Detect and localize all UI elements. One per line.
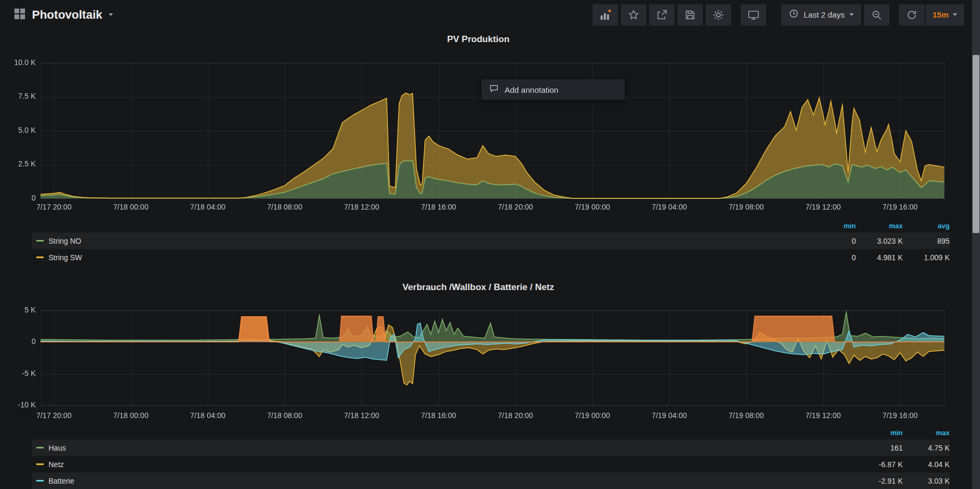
add-panel-button[interactable] <box>593 4 618 26</box>
time-range-label: Last 2 days <box>804 10 845 19</box>
legend-row-netz: Netz -6.87 K 4.04 K <box>32 456 950 472</box>
clock-icon <box>789 9 799 21</box>
cycle-view-button[interactable] <box>741 4 766 26</box>
settings-button[interactable] <box>706 4 731 26</box>
legend-row-string-no: String NO 0 3.023 K 895 <box>32 233 950 249</box>
legend-series-batterie[interactable]: Batterie <box>32 477 856 485</box>
star-button[interactable] <box>621 4 646 26</box>
stat-min: -6.87 K <box>856 460 903 469</box>
monitor-icon <box>747 9 760 21</box>
pv-produktion-legend: min max avg String NO 0 3.023 K 895 Stri… <box>32 219 950 266</box>
refresh-interval-picker[interactable]: 15m <box>926 4 964 26</box>
scrollbar-thumb[interactable] <box>973 55 979 233</box>
chevron-down-icon <box>849 13 854 16</box>
legend-col-min[interactable]: min <box>809 222 856 230</box>
stat-avg: 895 <box>903 237 950 245</box>
comment-bubble-icon <box>489 84 499 95</box>
zoom-out-icon <box>871 9 882 21</box>
gear-icon <box>712 9 724 21</box>
add-annotation-menu-item[interactable]: Add annotation <box>481 79 625 100</box>
stat-max: 4.75 K <box>903 444 950 452</box>
refresh-interval-label: 15m <box>933 10 949 19</box>
refresh-button[interactable] <box>899 4 925 26</box>
series-color-dash <box>36 463 44 465</box>
legend-col-max[interactable]: max <box>856 222 903 230</box>
time-range-picker[interactable]: Last 2 days <box>781 4 861 26</box>
legend-series-haus[interactable]: Haus <box>32 444 856 452</box>
series-color-dash <box>36 480 44 482</box>
pv-produktion-chart[interactable] <box>0 51 980 219</box>
stat-max: 3.023 K <box>856 237 903 245</box>
legend-row-batterie: Batterie -2.91 K 3.03 K <box>32 472 950 489</box>
chevron-down-icon <box>953 13 957 16</box>
series-label: Netz <box>48 460 64 469</box>
series-color-dash <box>36 447 44 448</box>
panel-title-verbrauch[interactable]: Verbrauch /Wallbox / Batterie / Netz <box>0 282 957 293</box>
series-label: Haus <box>48 444 66 452</box>
verbrauch-legend: min max Haus 161 4.75 K Netz -6.87 K 4.0… <box>32 426 950 489</box>
legend-col-avg[interactable]: avg <box>903 222 950 230</box>
refresh-icon <box>906 9 918 21</box>
panel-title-pv-produktion[interactable]: PV Produktion <box>0 34 957 45</box>
legend-row-haus: Haus 161 4.75 K <box>32 439 950 456</box>
legend-col-min[interactable]: min <box>856 429 903 437</box>
save-icon <box>684 9 696 21</box>
share-icon <box>656 9 668 21</box>
legend-col-max[interactable]: max <box>903 429 950 437</box>
share-button[interactable] <box>649 4 675 26</box>
dashboards-grid-icon[interactable] <box>14 8 26 22</box>
zoom-out-button[interactable] <box>864 4 889 26</box>
stat-avg: 1.009 K <box>903 253 950 262</box>
stat-min: -2.91 K <box>856 477 903 485</box>
stat-max: 3.03 K <box>903 477 950 485</box>
stat-min: 0 <box>809 253 856 262</box>
menu-item-label: Add annotation <box>505 85 558 94</box>
legend-row-string-sw: String SW 0 4.981 K 1.009 K <box>32 249 950 266</box>
stat-min: 0 <box>809 237 856 245</box>
verbrauch-chart[interactable] <box>0 296 980 424</box>
stat-min: 161 <box>856 444 903 452</box>
stat-max: 4.04 K <box>903 460 950 469</box>
series-label: Batterie <box>48 477 74 485</box>
series-color-dash <box>36 256 44 258</box>
series-label: String SW <box>48 253 82 262</box>
add-panel-icon <box>599 9 612 21</box>
scrollbar-track[interactable] <box>972 0 980 489</box>
legend-series-netz[interactable]: Netz <box>32 460 856 469</box>
stat-max: 4.981 K <box>856 253 903 262</box>
series-color-dash <box>36 240 44 242</box>
legend-series-string-sw[interactable]: String SW <box>32 253 809 262</box>
legend-header: min max avg <box>32 219 950 233</box>
chevron-down-icon[interactable] <box>109 13 113 16</box>
legend-series-string-no[interactable]: String NO <box>32 237 809 245</box>
dashboard-title[interactable]: Photovoltaik <box>32 8 102 22</box>
save-button[interactable] <box>677 4 703 26</box>
star-icon <box>628 9 639 21</box>
legend-header: min max <box>32 426 950 439</box>
top-nav: Photovoltaik <box>0 0 980 29</box>
series-label: String NO <box>48 237 81 245</box>
